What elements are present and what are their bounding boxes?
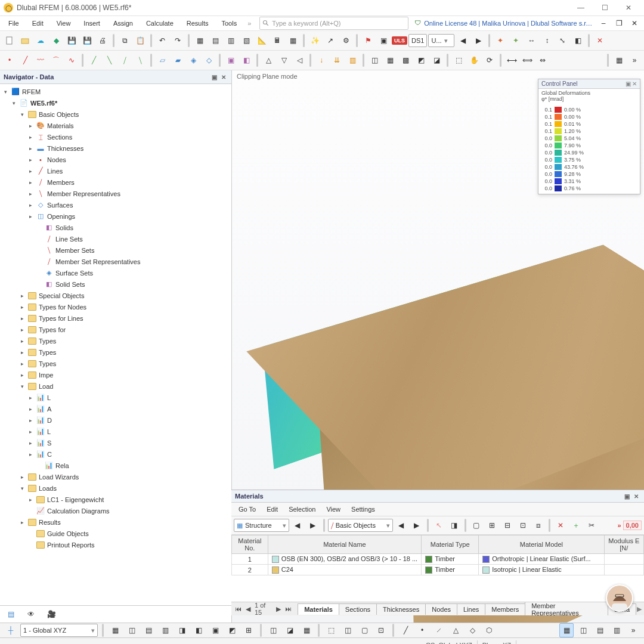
table-row[interactable]: 1OSB (EN 300), OSB/2 and OSB/3 (> 10 - 1… [232,554,644,565]
bt19-icon[interactable]: ⟋ [432,623,446,637]
polyline-icon[interactable]: 〰 [33,53,48,67]
cs-icon[interactable]: ┼ [4,623,18,637]
sup3-icon[interactable]: ◁ [292,53,306,67]
dim1-icon[interactable]: ⟷ [504,53,519,67]
structure-combo[interactable]: ▦Structure▾ [234,519,289,532]
render2-icon[interactable]: ▦ [383,53,397,67]
tab-nodes[interactable]: Nodes [425,603,457,615]
tree-model[interactable]: WE5.rf6* [30,100,57,107]
tree-types-4[interactable]: Types [39,349,56,356]
surf4-icon[interactable]: ◇ [202,53,216,67]
tab-lines[interactable]: Lines [457,603,485,615]
dim-x-icon[interactable]: ↔ [524,33,538,48]
tree-impe[interactable]: Impe [39,371,53,379]
maximize-button[interactable]: ☐ [593,0,617,16]
bt11-icon[interactable]: ◪ [283,623,297,637]
bt5-icon[interactable]: ◨ [175,623,189,637]
member2-icon[interactable]: ╲ [102,53,116,67]
tabs-scroll-icon[interactable]: ▶ [637,605,642,613]
more-icon[interactable]: » [627,53,642,67]
menu-file[interactable]: File [2,18,25,29]
new-file-icon[interactable] [2,33,17,48]
bt-view4-icon[interactable]: ▥ [609,623,624,637]
dim3-icon[interactable]: ⇔ [535,53,550,67]
bt-view2-icon[interactable]: ◫ [576,623,590,637]
bt-view1-icon[interactable]: ▦ [559,623,574,637]
nav-data-tab-icon[interactable]: ▤ [4,607,18,621]
tree-load[interactable]: Load [39,383,53,390]
model-icon[interactable]: ◆ [49,33,63,48]
tree-solidsets[interactable]: Solid Sets [55,281,85,288]
bt3-icon[interactable]: ▤ [141,623,156,637]
tab-sections[interactable]: Sections [339,603,377,615]
bt18-icon[interactable]: • [415,623,429,637]
tables-icon[interactable]: ▦ [286,33,300,48]
tab-materials[interactable]: Materials [298,603,339,615]
menu-view[interactable]: View [51,18,77,29]
mat-cut-icon[interactable]: ✂ [584,518,599,532]
load2-icon[interactable]: ⇊ [330,53,344,67]
arrow-icon[interactable]: ↗ [323,33,338,48]
bt20-icon[interactable]: △ [448,623,463,637]
tree-lc-a[interactable]: A [47,405,51,413]
dim-xy-icon[interactable]: ⤡ [555,33,569,48]
tree-lc-d[interactable]: D [47,417,52,424]
bt2-icon[interactable]: ◫ [125,623,139,637]
dim-y-icon[interactable]: ↕ [540,33,554,48]
mat-prev-icon[interactable]: ◀ [290,518,305,532]
tree-lc-l[interactable]: L [47,394,51,401]
bt1-icon[interactable]: ▦ [108,623,122,637]
render1-icon[interactable]: ◫ [367,53,382,67]
cp-float-icon[interactable]: ▣ [626,80,631,87]
menu-assign[interactable]: Assign [107,18,139,29]
tree-lc-c[interactable]: C [47,451,52,458]
uls-badge[interactable]: ULS [392,36,407,45]
tree-results[interactable]: Results [39,519,61,526]
tree-guide[interactable]: Guide Objects [47,530,89,537]
mat-a4-icon[interactable]: ⊡ [516,518,530,532]
doc-close-button[interactable]: ✕ [627,16,642,30]
tab-memberrep[interactable]: Member Representatives [525,602,608,615]
col-matno[interactable]: Material No. [232,535,268,554]
nav-show-tab-icon[interactable]: 👁 [24,607,38,621]
surf3-icon[interactable]: ◈ [186,53,200,67]
sup1-icon[interactable]: △ [261,53,275,67]
mat-del-icon[interactable]: ✕ [553,518,568,532]
page-next-icon[interactable]: ▶ [275,605,282,613]
tree-thicknesses[interactable]: Thicknesses [47,145,83,152]
mat-next-icon[interactable]: ▶ [306,518,320,532]
mat-a3-icon[interactable]: ⊟ [500,518,515,532]
bt9-icon[interactable]: ⊞ [242,623,256,637]
tree-membersets[interactable]: Member Sets [55,247,94,254]
tab-members[interactable]: Members [485,603,525,615]
tree-materials[interactable]: Materials [47,122,74,129]
tree-types-nodes[interactable]: Types for Nodes [39,304,86,311]
rotate-icon[interactable]: ⟳ [482,53,497,67]
tree-lc1[interactable]: LC1 - Eigengewicht [47,496,104,503]
solid1-icon[interactable]: ▣ [224,53,238,67]
nav-views-tab-icon[interactable]: 🎥 [44,607,58,621]
control-panel[interactable]: Control Panel ▣✕ Global Deformations φ* … [538,79,640,194]
load1-icon[interactable]: ↓ [314,53,329,67]
cloud-icon[interactable]: ☁ [33,33,48,48]
spline-icon[interactable]: ∿ [64,53,79,67]
copy-icon[interactable]: ⧉ [117,33,132,48]
tree-lc-l2[interactable]: L [47,428,51,435]
bt10-icon[interactable]: ◫ [266,623,280,637]
cancel-icon[interactable]: ✕ [593,33,607,48]
tab-thicknesses[interactable]: Thicknesses [376,603,426,615]
bt4-icon[interactable]: ▥ [158,623,172,637]
menu-overflow-icon[interactable]: » [244,20,255,27]
tree-lines[interactable]: Lines [47,168,63,175]
bt-overflow-icon[interactable]: » [626,623,640,637]
cs-combo[interactable]: 1 - Global XYZ▾ [20,624,98,637]
tree-loadwizards[interactable]: Load Wizards [39,473,79,481]
tree-types-5[interactable]: Types [39,360,56,367]
cube-icon[interactable]: ◧ [571,33,585,48]
mat-menu-settings[interactable]: Settings [346,504,380,514]
bt12-icon[interactable]: ▦ [299,623,314,637]
tree-membersetrep[interactable]: Member Set Representatives [55,258,140,265]
star-icon[interactable]: ✦ [493,33,507,48]
tree-lc-rela[interactable]: Rela [55,462,69,469]
select-icon[interactable]: ⬚ [451,53,466,67]
